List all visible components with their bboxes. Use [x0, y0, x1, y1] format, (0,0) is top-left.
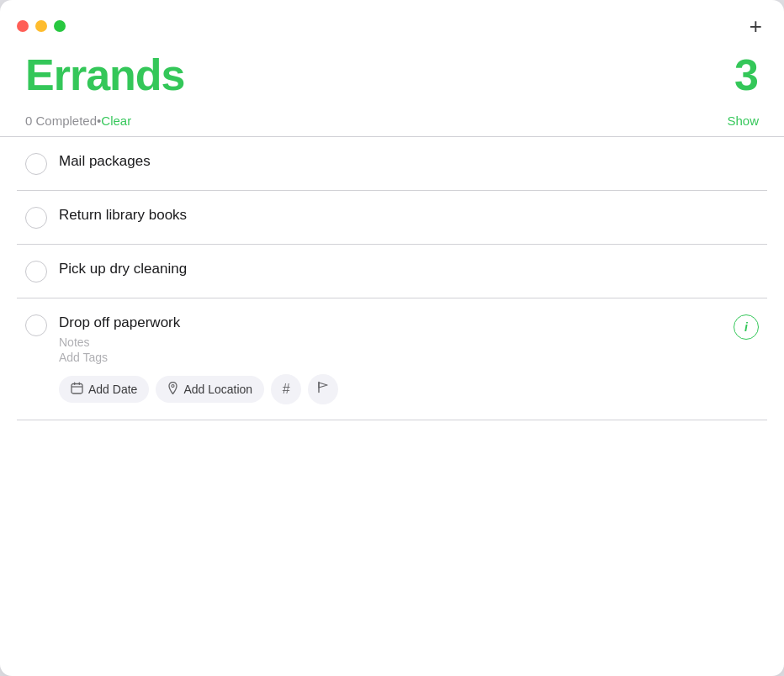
- task-checkbox-2[interactable]: [25, 207, 47, 229]
- svg-rect-0: [72, 383, 82, 393]
- task-title-1: Mail packages: [59, 152, 759, 171]
- task-notes-4[interactable]: Notes: [59, 335, 723, 349]
- task-title-4: Drop off paperwork: [59, 314, 723, 332]
- task-item: Mail packages: [17, 137, 767, 191]
- task-title-3: Pick up dry cleaning: [59, 260, 759, 278]
- completed-info: 0 Completed • Clear: [25, 114, 131, 128]
- calendar-icon: [71, 382, 83, 397]
- task-item-expanded: Drop off paperwork Notes Add Tags: [17, 298, 767, 420]
- task-checkbox-1[interactable]: [25, 153, 47, 175]
- show-button[interactable]: Show: [727, 114, 759, 128]
- task-content-4: Drop off paperwork Notes Add Tags: [59, 314, 723, 404]
- add-date-button[interactable]: Add Date: [59, 376, 149, 403]
- completed-bar: 0 Completed • Clear Show: [0, 98, 784, 136]
- add-date-label: Add Date: [88, 383, 137, 396]
- task-content-1: Mail packages: [59, 152, 759, 171]
- task-content-3: Pick up dry cleaning: [59, 260, 759, 278]
- add-location-label: Add Location: [183, 383, 252, 396]
- completed-text: 0 Completed: [25, 114, 97, 128]
- task-actions-4: Add Date Add Location: [59, 374, 723, 404]
- task-checkbox-3[interactable]: [25, 261, 47, 283]
- hash-icon: #: [283, 382, 290, 397]
- task-title-2: Return library books: [59, 206, 759, 224]
- svg-point-4: [172, 384, 174, 387]
- traffic-lights: [17, 20, 66, 32]
- add-task-button[interactable]: +: [748, 15, 764, 37]
- task-item: Pick up dry cleaning: [17, 245, 767, 298]
- main-window: + Errands 3 0 Completed • Clear Show Mai…: [0, 0, 784, 676]
- task-tags-4[interactable]: Add Tags: [59, 351, 723, 364]
- add-tag-button[interactable]: #: [271, 374, 301, 404]
- add-flag-button[interactable]: [308, 374, 338, 404]
- task-checkbox-4[interactable]: [25, 314, 47, 336]
- location-icon: [167, 382, 178, 397]
- maximize-button[interactable]: [54, 20, 66, 32]
- header: Errands 3: [0, 37, 784, 98]
- titlebar: +: [0, 0, 784, 37]
- list-title: Errands: [25, 52, 185, 98]
- svg-rect-2: [74, 382, 75, 385]
- clear-button[interactable]: Clear: [101, 114, 131, 128]
- close-button[interactable]: [17, 20, 29, 32]
- task-count: 3: [734, 52, 759, 98]
- task-list: Mail packages Return library books Pick …: [0, 137, 784, 676]
- flag-icon: [317, 381, 329, 397]
- task-item: Return library books: [17, 191, 767, 245]
- info-icon: i: [744, 320, 748, 334]
- minimize-button[interactable]: [35, 20, 47, 32]
- add-location-button[interactable]: Add Location: [156, 376, 264, 403]
- info-button-4[interactable]: i: [734, 314, 759, 340]
- svg-rect-3: [79, 382, 80, 385]
- task-content-2: Return library books: [59, 206, 759, 224]
- task-row-top: Drop off paperwork Notes Add Tags: [25, 314, 759, 404]
